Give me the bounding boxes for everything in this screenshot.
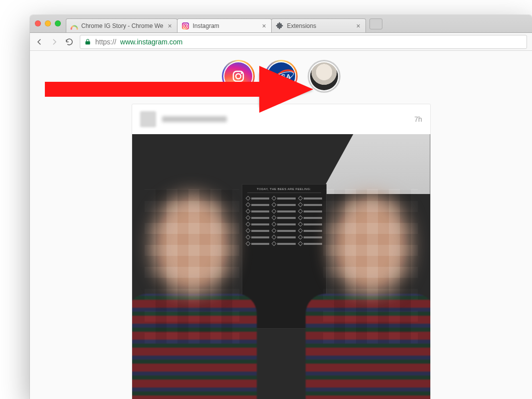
post-author-avatar[interactable] xyxy=(140,111,156,127)
window-controls xyxy=(35,20,61,26)
story-portrait[interactable] xyxy=(308,60,341,93)
post-timestamp: 7h xyxy=(414,115,422,123)
svg-point-5 xyxy=(236,74,241,79)
url-host: www.instagram.com xyxy=(120,38,182,46)
puzzle-icon xyxy=(276,22,284,30)
stories-tray: NASA xyxy=(30,51,532,104)
tab-strip: Chrome IG Story - Chrome We × Instagram … xyxy=(30,15,532,33)
close-window-button[interactable] xyxy=(35,20,41,26)
blurred-person-right xyxy=(296,189,430,399)
new-tab-button[interactable] xyxy=(369,18,382,29)
forward-button[interactable] xyxy=(50,37,59,46)
blurred-person-left xyxy=(132,189,267,399)
tab-extensions[interactable]: Extensions × xyxy=(271,18,366,32)
tab-instagram[interactable]: Instagram × xyxy=(177,18,272,32)
post-header: 7h xyxy=(132,104,430,134)
url-scheme: https:// xyxy=(95,38,116,46)
feed-post: 7h xyxy=(132,104,431,399)
tab-title: Chrome IG Story - Chrome We xyxy=(81,22,163,29)
lock-icon xyxy=(84,38,91,45)
tab-chrome-ig-story[interactable]: Chrome IG Story - Chrome We × xyxy=(66,18,177,32)
svg-point-3 xyxy=(187,23,188,24)
reload-button[interactable] xyxy=(65,37,74,46)
rainbow-icon xyxy=(70,22,78,30)
back-button[interactable] xyxy=(35,37,44,46)
post-photo[interactable] xyxy=(132,134,430,399)
maximize-window-button[interactable] xyxy=(55,20,61,26)
svg-point-6 xyxy=(240,72,242,74)
tab-title: Instagram xyxy=(192,22,257,29)
instagram-icon xyxy=(181,22,189,30)
story-nasa[interactable]: NASA xyxy=(265,60,298,93)
post-author-username[interactable] xyxy=(162,116,227,122)
tab-title: Extensions xyxy=(287,22,352,29)
close-tab-icon[interactable]: × xyxy=(166,22,173,29)
story-instagram[interactable] xyxy=(222,60,255,93)
close-tab-icon[interactable]: × xyxy=(260,22,267,29)
close-tab-icon[interactable]: × xyxy=(355,22,361,29)
page-content: NASA 7h xyxy=(30,51,532,399)
minimize-window-button[interactable] xyxy=(45,20,51,26)
address-bar[interactable]: https://www.instagram.com xyxy=(80,35,527,49)
browser-toolbar: https://www.instagram.com xyxy=(30,33,532,51)
browser-window: Chrome IG Story - Chrome We × Instagram … xyxy=(30,15,532,399)
